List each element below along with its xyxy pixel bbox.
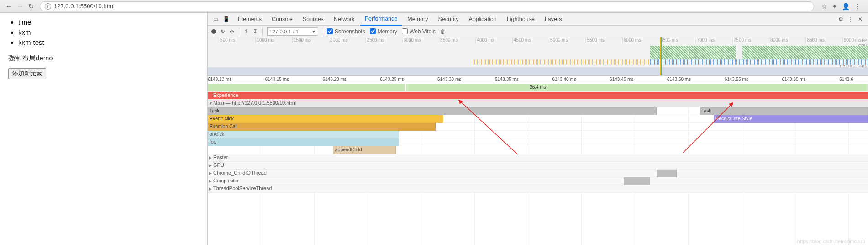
reload-icon[interactable]: ↻	[28, 2, 34, 11]
settings-gear-icon[interactable]: ⚙	[838, 16, 843, 22]
list-item: time	[18, 17, 199, 27]
main-track-header[interactable]: ▼ Main — http://127.0.0.1:5500/10.html	[208, 100, 868, 107]
flame-chart[interactable]: ▶ Frames 26.4 ms Experience ▼ Main — htt…	[208, 84, 868, 245]
tab-console[interactable]: Console	[267, 13, 297, 25]
perf-toolbar: ↻ ⊘ ↥ ↧ 127.0.0.1 #1 ▾ Screenshots Memor…	[208, 26, 868, 37]
tab-lighthouse[interactable]: Lighthouse	[502, 13, 539, 25]
record-icon[interactable]	[211, 29, 216, 34]
flame-row: onclick	[208, 131, 868, 138]
overview-tick: 1500 ms	[292, 37, 311, 43]
compositor-track[interactable]: ▶Compositor	[208, 177, 868, 185]
overview-tick: 5500 ms	[585, 37, 604, 43]
threadpool-track[interactable]: ▶ThreadPoolServiceThread	[208, 185, 868, 193]
onclick-block[interactable]: onclick	[208, 131, 399, 138]
devtools-close-icon[interactable]: ✕	[858, 16, 863, 22]
foo-block[interactable]: foo	[208, 138, 399, 146]
browser-toolbar: ← → ↻ i 127.0.0.1:5500/10.html ☆ ✦ 👤 ⋮	[0, 0, 868, 13]
device-mode-icon[interactable]: 📱	[223, 16, 230, 22]
flame-row: Task Task	[208, 107, 868, 115]
overview-tick: 8500 ms	[805, 37, 824, 43]
load-profile-icon[interactable]: ↥	[244, 28, 248, 35]
devtools-panel: ▭ 📱 Elements Console Sources Network Per…	[208, 13, 868, 245]
bookmark-star-icon[interactable]: ☆	[821, 3, 827, 10]
raster-track[interactable]: ▶Raster	[208, 154, 868, 162]
overview-tick: 6000 ms	[622, 37, 641, 43]
clear-icon[interactable]: ⊘	[230, 28, 234, 35]
timeline-ruler[interactable]: 6143.10 ms6143.15 ms6143.20 ms6143.25 ms…	[208, 76, 868, 84]
flame-row: Function Call	[208, 123, 868, 131]
activity-block[interactable]	[657, 170, 676, 177]
url-text: 127.0.0.1:5500/10.html	[54, 3, 115, 10]
recalc-style-block[interactable]: Recalculate Style	[714, 115, 868, 123]
ruler-tick: 6143.15 ms	[265, 77, 289, 82]
task-block[interactable]: Task	[700, 107, 868, 115]
overview-tick: 3000 ms	[402, 37, 421, 43]
web-vitals-checkbox[interactable]: Web Vitals	[402, 28, 436, 35]
collapse-icon[interactable]: ▼	[209, 101, 213, 106]
flame-row: appendChild	[208, 146, 868, 154]
back-icon[interactable]: ←	[5, 2, 12, 11]
tab-layers[interactable]: Layers	[540, 13, 567, 25]
inspect-icon[interactable]: ▭	[213, 16, 218, 22]
site-info-icon[interactable]: i	[45, 3, 51, 10]
event-click-block[interactable]: Event: click	[208, 115, 443, 123]
overview-timeline[interactable]: 500 ms1000 ms1500 ms2000 ms2500 ms3000 m…	[208, 37, 868, 76]
add-element-button[interactable]: 添加新元素	[8, 68, 46, 79]
memory-checkbox[interactable]: Memory	[370, 28, 397, 35]
save-profile-icon[interactable]: ↧	[253, 28, 258, 35]
ruler-tick: 6143.55 ms	[725, 77, 748, 82]
forward-icon[interactable]: →	[17, 2, 24, 11]
page-title: 强制布局demo	[8, 54, 199, 63]
recording-select-value: 127.0.0.1 #1	[269, 29, 299, 34]
screenshots-label: Screenshots	[335, 28, 365, 35]
reload-record-icon[interactable]: ↻	[221, 28, 225, 35]
page-content: time kxm kxm-test 强制布局demo 添加新元素	[0, 13, 208, 245]
divider	[262, 28, 263, 35]
appendchild-block[interactable]: appendChild	[333, 146, 396, 154]
recording-select[interactable]: 127.0.0.1 #1 ▾	[267, 27, 317, 36]
experience-track[interactable]: Experience	[208, 92, 868, 100]
overview-ruler: 500 ms1000 ms1500 ms2000 ms2500 ms3000 m…	[208, 37, 868, 43]
overview-tick: 8000 ms	[769, 37, 788, 43]
tab-performance[interactable]: Performance	[360, 13, 402, 26]
ruler-tick: 6143.20 ms	[322, 77, 346, 82]
activity-block[interactable]	[624, 177, 650, 185]
overview-tick: 500 ms	[219, 37, 235, 43]
watermark: https://blog.csdn.net/kaimo313	[797, 239, 865, 244]
profile-icon[interactable]: 👤	[842, 3, 850, 10]
tab-application[interactable]: Application	[464, 13, 501, 25]
extensions-icon[interactable]: ✦	[832, 3, 837, 10]
gc-trash-icon[interactable]: 🗑	[440, 28, 446, 35]
devtools-more-icon[interactable]: ⋮	[848, 16, 853, 22]
ruler-tick: 6143.10 ms	[208, 77, 231, 82]
item-list: time kxm kxm-test	[8, 17, 199, 48]
tab-security[interactable]: Security	[433, 13, 463, 25]
list-item: kxm	[18, 27, 199, 37]
overview-tick: 1000 ms	[255, 37, 274, 43]
memory-label: Memory	[378, 28, 397, 35]
ruler-tick: 6143.40 ms	[552, 77, 576, 82]
chevron-down-icon: ▾	[312, 28, 315, 35]
tab-sources[interactable]: Sources	[298, 13, 328, 25]
overview-tick: 2500 ms	[365, 37, 384, 43]
screenshots-checkbox[interactable]: Screenshots	[327, 28, 365, 35]
tab-memory[interactable]: Memory	[403, 13, 432, 25]
divider	[322, 28, 322, 35]
gpu-track[interactable]: ▶GPU	[208, 162, 868, 170]
ruler-tick: 6143.35 ms	[495, 77, 519, 82]
ruler-tick: 6143.30 ms	[437, 77, 461, 82]
overview-tick: 3500 ms	[439, 37, 458, 43]
function-call-block[interactable]: Function Call	[208, 123, 436, 131]
ruler-tick: 6143.25 ms	[380, 77, 404, 82]
tab-elements[interactable]: Elements	[233, 13, 266, 25]
chrome-childio-track[interactable]: ▶Chrome_ChildIOThread	[208, 170, 868, 177]
address-bar[interactable]: i 127.0.0.1:5500/10.html	[40, 1, 814, 11]
ruler-tick: 6143.6	[839, 77, 853, 82]
task-block[interactable]: Task	[208, 107, 657, 115]
browser-menu-icon[interactable]: ⋮	[854, 3, 861, 10]
tab-network[interactable]: Network	[329, 13, 359, 25]
divider	[239, 28, 239, 35]
overview-tick: 4000 ms	[475, 37, 494, 43]
overview-tick: 5000 ms	[549, 37, 568, 43]
frames-track[interactable]: ▶ Frames 26.4 ms	[208, 84, 868, 92]
